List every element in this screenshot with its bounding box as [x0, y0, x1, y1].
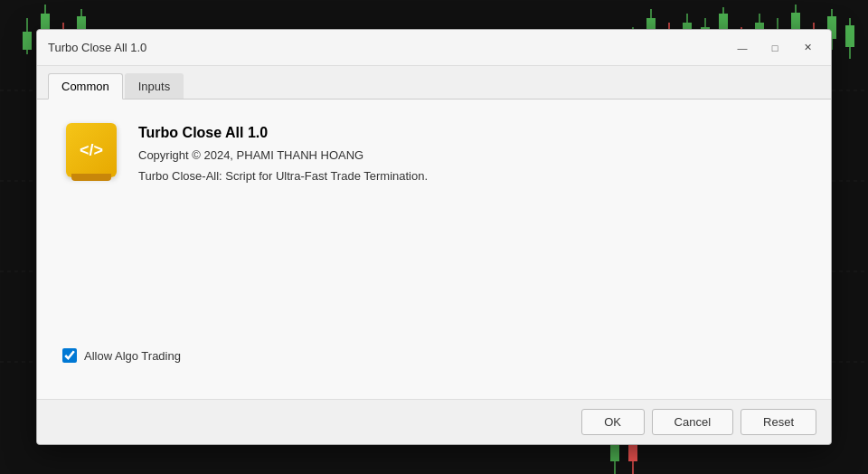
info-copyright: Copyright © 2024, PHAMI THANH HOANG — [138, 148, 428, 162]
info-section: </> Turbo Close All 1.0 Copyright © 2024… — [62, 121, 806, 183]
dialog-title: Turbo Close All 1.0 — [48, 41, 146, 54]
svg-rect-34 — [845, 25, 854, 47]
dialog: Turbo Close All 1.0 — □ ✕ Common Inputs — [36, 29, 832, 445]
algo-trading-label[interactable]: Allow Algo Trading — [84, 349, 181, 363]
algo-trading-section: Allow Algo Trading — [62, 334, 806, 377]
content-spacer — [62, 210, 806, 334]
dialog-footer: OK Cancel Reset — [37, 399, 831, 444]
ok-button[interactable]: OK — [581, 409, 645, 435]
algo-trading-checkbox[interactable] — [62, 348, 77, 363]
reset-button[interactable]: Reset — [741, 409, 816, 435]
tab-content-common: </> Turbo Close All 1.0 Copyright © 2024… — [37, 100, 831, 399]
svg-rect-2 — [23, 32, 32, 50]
maximize-button[interactable]: □ — [762, 39, 788, 57]
tabs-container: Common Inputs — [37, 66, 831, 100]
info-description: Turbo Close-All: Script for Ultra-Fast T… — [138, 169, 428, 183]
script-icon-code: </> — [80, 141, 103, 160]
tab-inputs[interactable]: Inputs — [125, 73, 184, 99]
dialog-overlay: Turbo Close All 1.0 — □ ✕ Common Inputs — [36, 29, 832, 445]
cancel-button[interactable]: Cancel — [652, 409, 733, 435]
icon-container: </> — [62, 121, 120, 179]
tab-common[interactable]: Common — [48, 73, 123, 100]
script-icon: </> — [66, 123, 117, 177]
info-text: Turbo Close All 1.0 Copyright © 2024, PH… — [138, 121, 428, 183]
minimize-button[interactable]: — — [730, 39, 755, 57]
info-title: Turbo Close All 1.0 — [138, 125, 428, 141]
title-bar-controls: — □ ✕ — [730, 39, 820, 57]
title-bar: Turbo Close All 1.0 — □ ✕ — [37, 30, 831, 66]
close-button[interactable]: ✕ — [795, 39, 820, 57]
